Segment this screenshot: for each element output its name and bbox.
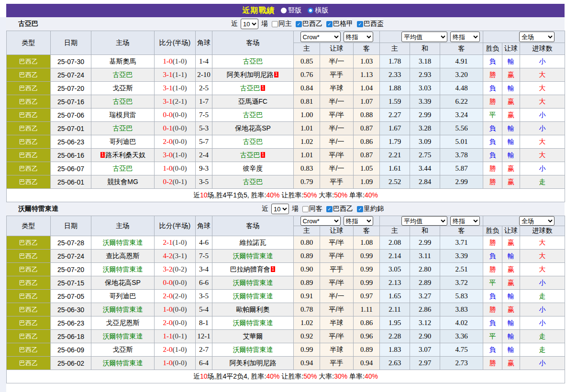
match-row: 巴西乙25-07-24查比高恩斯4-2(3-1)7-5沃爾特雷東達0.89平/半… <box>7 250 565 263</box>
result-text: 平 <box>489 332 496 340</box>
team-name: 戈亞尼恩斯 <box>106 319 140 327</box>
score-half: (1-0) <box>173 84 187 92</box>
score-cell: 2-0(2-0) <box>155 290 196 303</box>
layout-radio-vertical[interactable]: 豎版 <box>281 6 302 15</box>
euro-draw-odds: 3.28 <box>410 122 440 135</box>
result-handicap: 輸 <box>502 149 520 162</box>
result-text: 負 <box>489 124 496 132</box>
layout-radio-horizontal[interactable]: 橫版 <box>308 6 329 15</box>
team-name: 巴拉納體育會 <box>230 265 270 273</box>
bookmaker-select[interactable]: Crow* <box>300 216 341 226</box>
handicap-home-odds: 0.81 <box>294 95 320 109</box>
score-half: (0-0) <box>173 124 187 132</box>
summary-text: 近10场,胜4平2负4, 胜率:40% 让胜率:50% 大率:30% 单率:40… <box>7 370 565 383</box>
bookmaker-select[interactable]: Crow* <box>300 32 341 42</box>
euro-home-odds: 1.83 <box>380 343 410 357</box>
same-venue-label: 同主 <box>278 20 292 28</box>
corner-cell: 5-4 <box>196 303 212 316</box>
col-header-euro-away: 客 <box>440 43 483 55</box>
corner-cell: 2-7 <box>196 343 212 357</box>
handicap-away-odds: 1.09 <box>354 175 380 189</box>
league-tag: 巴西乙 <box>19 85 38 92</box>
handicap-home-odds: 0.79 <box>294 175 320 189</box>
league-checkbox-0[interactable]: ✓ 巴西乙 <box>326 205 353 213</box>
same-venue-checkbox[interactable]: 同主 <box>272 20 292 28</box>
league-label: 巴西乙 <box>302 20 322 28</box>
result-text: 大 <box>539 151 546 159</box>
col-header-euro-home: 主 <box>380 226 410 236</box>
result-goals: 小 <box>520 303 565 316</box>
near-label: 近 <box>262 205 268 213</box>
asian-stage-select[interactable]: 终指 <box>344 216 373 226</box>
col-header-goals-result: 进球数 <box>520 43 565 55</box>
euro-avg-select[interactable]: 平均值 <box>401 32 447 42</box>
league-tag: 巴西乙 <box>19 152 38 159</box>
col-header-handicap-result: 让球 <box>502 226 520 236</box>
league-cell: 巴西乙 <box>7 68 51 82</box>
handicap-line: 半/一 <box>320 162 354 175</box>
league-tag: 巴西乙 <box>19 319 38 327</box>
card-badge: 1 <box>261 85 266 91</box>
result-text: 輸 <box>508 84 514 92</box>
away-team-cell: 沃爾特雷東達 <box>212 250 294 263</box>
euro-home-odds: 1.65 <box>380 290 410 303</box>
euro-home-odds: 2.13 <box>380 276 410 290</box>
euro-avg-select[interactable]: 平均值 <box>401 216 447 226</box>
euro-draw-odds: 3.27 <box>410 290 440 303</box>
league-checkbox-0[interactable]: ✓ 巴西乙 <box>296 20 322 28</box>
home-team-cell: 1路禾利桑天奴 <box>91 149 155 162</box>
recent-count-select[interactable]: 10 <box>271 204 289 214</box>
team-section-home: 古亞巴 近 10 場 同主 ✓ 巴西乙 ✓ 巴格甲 ✓ <box>6 17 565 202</box>
league-checkbox-1[interactable]: ✓ 巴格甲 <box>326 20 353 28</box>
result-text: 負 <box>489 346 496 353</box>
result-text: 赢 <box>508 164 514 172</box>
recent-count-select[interactable]: 10 <box>241 19 258 29</box>
match-row: 巴西乙25-07-01古亞巴0-1(0-0)5-3保地花高SP1.01半/一0.… <box>7 122 565 135</box>
result-text: 小 <box>539 305 546 313</box>
euro-stage-select[interactable]: 终指 <box>450 216 480 226</box>
euro-away-odds: 5.01 <box>440 135 483 149</box>
same-venue-checkbox[interactable]: 同客 <box>302 205 322 213</box>
team-name: 戈亞斯 <box>113 84 133 92</box>
league-checkbox-1[interactable]: ✓ 里約錦 <box>357 205 384 213</box>
handicap-line: 平/半 <box>320 303 354 316</box>
result-goals: 大 <box>520 95 565 109</box>
score-half: (3-1) <box>173 252 187 260</box>
away-team-cell: 沃爾特雷東達 <box>212 290 294 303</box>
home-team-cell: 基斯奧馬 <box>91 55 155 68</box>
euro-draw-odds: 3.11 <box>410 250 440 263</box>
result-outcome: 負 <box>483 122 502 135</box>
league-cell: 巴西乙 <box>7 122 51 135</box>
result-goals: 走 <box>520 330 565 343</box>
home-team-cell: 哥列迪巴 <box>91 135 155 149</box>
scope-select[interactable]: 全场 <box>519 32 555 42</box>
euro-away-odds: 3.20 <box>440 68 483 82</box>
score-main: 3-1 <box>163 71 173 78</box>
scope-select[interactable]: 全场 <box>519 216 555 226</box>
result-goals: 小 <box>520 276 565 290</box>
team-name: 沃爾特雷東達 <box>103 239 143 246</box>
match-row: 巴西乙25-07-20沃爾特雷東達3-2(0-2)3-4巴拉納體育會10.90平… <box>7 263 565 276</box>
result-text: 勝 <box>489 178 496 185</box>
result-goals: 小 <box>520 162 565 175</box>
checkbox-unchecked-icon <box>302 206 309 212</box>
match-row: 巴西乙25-07-06瑞模貝雷0-0(0-0)7-5古亞巴1.00平/半0.88… <box>7 109 565 122</box>
corner-cell: 2-5 <box>196 82 212 95</box>
handicap-line: 平/半 <box>320 330 354 343</box>
result-goals: 大 <box>520 236 565 250</box>
handicap-away-odds: 1.05 <box>354 162 380 175</box>
away-team-cell: 沃爾特雷東達 <box>212 316 294 330</box>
card-badge: 1 <box>271 266 276 272</box>
col-header-asian-away: 客 <box>354 226 380 236</box>
euro-away-odds: 5.83 <box>440 290 483 303</box>
result-outcome: 平 <box>483 276 502 290</box>
league-checkbox-2[interactable]: ✓ 巴西盃 <box>357 20 384 28</box>
home-team-cell: 競技會MG <box>91 175 155 189</box>
handicap-line: 半球 <box>320 343 354 357</box>
league-tag: 巴西乙 <box>19 252 38 260</box>
result-outcome: 負 <box>483 55 502 68</box>
score-half: (2-1) <box>173 98 187 105</box>
asian-stage-select[interactable]: 终指 <box>344 32 373 42</box>
euro-stage-select[interactable]: 终指 <box>450 32 480 42</box>
result-text: 赢 <box>508 178 514 185</box>
